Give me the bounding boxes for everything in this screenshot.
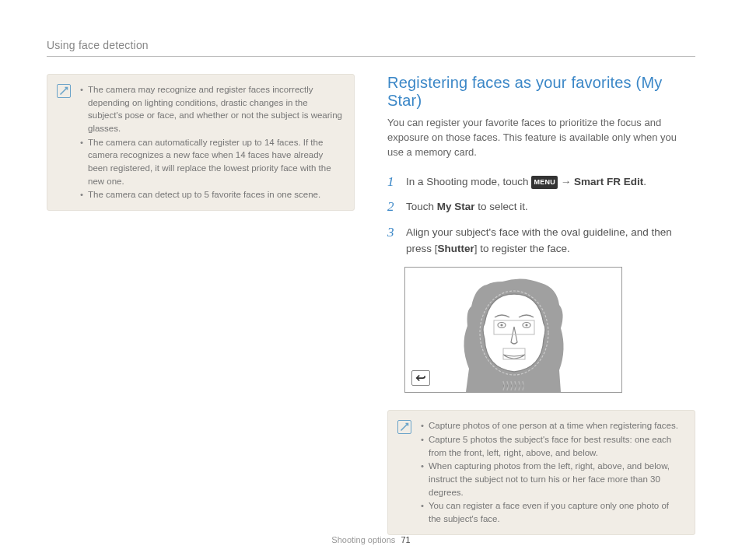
section-title: Registering faces as your favorites (My … (387, 74, 695, 110)
menu-button-icon: MENU (531, 176, 558, 190)
svg-point-1 (500, 324, 502, 327)
note-icon (397, 420, 411, 434)
back-button[interactable] (411, 370, 430, 386)
note-item: Capture photos of one person at a time w… (421, 419, 684, 432)
step-3: 3 Align your subject's face with the ova… (387, 225, 695, 257)
note-list: The camera may recognize and register fa… (79, 82, 343, 202)
step-number: 1 (387, 174, 398, 191)
footer-section: Shooting options (331, 535, 395, 544)
note-item: The camera can detect up to 5 favorite f… (80, 188, 343, 201)
note-icon (57, 84, 71, 98)
step-number: 3 (387, 225, 398, 257)
step-1: 1 In a Shooting mode, touch MENU → Smart… (387, 174, 695, 191)
face-registration-illustration (404, 267, 622, 393)
note-list: Capture photos of one person at a time w… (419, 418, 684, 526)
note-item: The camera may recognize and register fa… (80, 83, 343, 135)
note-item: You can register a face even if you capt… (421, 499, 684, 525)
section-header: Using face detection (47, 39, 695, 57)
step-2: 2 Touch My Star to select it. (387, 199, 695, 215)
page-number: 71 (401, 535, 410, 544)
section-intro: You can register your favorite faces to … (387, 116, 695, 160)
note-item: Capture 5 photos the subject's face for … (421, 433, 684, 459)
note-item: The camera can automatically register up… (80, 136, 343, 188)
note-box-left: The camera may recognize and register fa… (47, 74, 355, 211)
step-number: 2 (387, 199, 398, 215)
note-box-right: Capture photos of one person at a time w… (387, 410, 695, 534)
note-item: When capturing photos from the left, rig… (421, 460, 684, 499)
step-text: In a Shooting mode, touch MENU → Smart F… (406, 174, 646, 191)
step-text: Touch My Star to select it. (406, 199, 528, 215)
svg-point-3 (525, 324, 527, 327)
step-text: Align your subject's face with the oval … (406, 225, 695, 257)
page-footer: Shooting options 71 (0, 535, 742, 544)
